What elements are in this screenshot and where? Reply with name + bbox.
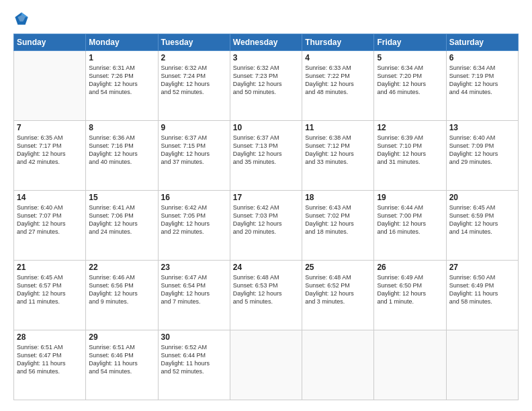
cell-text: Sunrise: 6:35 AMSunset: 7:17 PMDaylight:… [17,134,83,167]
calendar-cell: 3Sunrise: 6:32 AMSunset: 7:23 PMDaylight… [230,51,302,121]
cell-text: Sunrise: 6:50 AMSunset: 6:49 PMDaylight:… [449,273,515,306]
cell-text: Sunrise: 6:40 AMSunset: 7:09 PMDaylight:… [449,134,515,167]
calendar-cell: 14Sunrise: 6:40 AMSunset: 7:07 PMDayligh… [14,191,86,261]
day-number: 3 [233,53,299,62]
calendar-cell: 27Sunrise: 6:50 AMSunset: 6:49 PMDayligh… [446,261,518,330]
calendar-cell: 20Sunrise: 6:45 AMSunset: 6:59 PMDayligh… [446,191,518,261]
weekday-header-saturday: Saturday [446,34,518,51]
calendar-cell: 8Sunrise: 6:36 AMSunset: 7:16 PMDaylight… [86,121,158,191]
calendar-cell: 2Sunrise: 6:32 AMSunset: 7:24 PMDaylight… [158,51,230,121]
calendar-week-5: 28Sunrise: 6:51 AMSunset: 6:47 PMDayligh… [14,330,519,400]
weekday-header-sunday: Sunday [14,34,86,51]
cell-text: Sunrise: 6:39 AMSunset: 7:10 PMDaylight:… [377,134,443,167]
day-number: 10 [233,123,299,132]
cell-text: Sunrise: 6:40 AMSunset: 7:07 PMDaylight:… [17,203,83,236]
weekday-header-monday: Monday [86,34,158,51]
calendar-cell: 13Sunrise: 6:40 AMSunset: 7:09 PMDayligh… [446,121,518,191]
cell-text: Sunrise: 6:48 AMSunset: 6:52 PMDaylight:… [305,273,371,306]
day-number: 13 [449,123,515,132]
calendar-cell [374,330,446,400]
cell-text: Sunrise: 6:51 AMSunset: 6:46 PMDaylight:… [89,343,154,376]
cell-text: Sunrise: 6:49 AMSunset: 6:50 PMDaylight:… [377,273,443,306]
day-number: 5 [377,53,443,62]
day-number: 25 [305,263,371,272]
day-number: 8 [89,123,154,132]
calendar-cell: 23Sunrise: 6:47 AMSunset: 6:54 PMDayligh… [158,261,230,330]
cell-text: Sunrise: 6:43 AMSunset: 7:02 PMDaylight:… [305,203,371,236]
weekday-header-tuesday: Tuesday [158,34,230,51]
calendar-cell: 19Sunrise: 6:44 AMSunset: 7:00 PMDayligh… [374,191,446,261]
cell-text: Sunrise: 6:38 AMSunset: 7:12 PMDaylight:… [305,134,371,167]
logo-icon [13,11,30,27]
calendar-cell: 28Sunrise: 6:51 AMSunset: 6:47 PMDayligh… [14,330,86,400]
calendar-cell: 6Sunrise: 6:34 AMSunset: 7:19 PMDaylight… [446,51,518,121]
cell-text: Sunrise: 6:32 AMSunset: 7:23 PMDaylight:… [233,64,299,97]
calendar-cell: 12Sunrise: 6:39 AMSunset: 7:10 PMDayligh… [374,121,446,191]
day-number: 14 [17,193,83,202]
calendar-cell: 16Sunrise: 6:42 AMSunset: 7:05 PMDayligh… [158,191,230,261]
cell-text: Sunrise: 6:51 AMSunset: 6:47 PMDaylight:… [17,343,83,376]
day-number: 1 [89,53,154,62]
cell-text: Sunrise: 6:48 AMSunset: 6:53 PMDaylight:… [233,273,299,306]
cell-text: Sunrise: 6:45 AMSunset: 6:59 PMDaylight:… [449,203,515,236]
day-number: 15 [89,193,154,202]
day-number: 23 [161,263,227,272]
calendar-cell: 4Sunrise: 6:33 AMSunset: 7:22 PMDaylight… [302,51,374,121]
calendar-week-4: 21Sunrise: 6:45 AMSunset: 6:57 PMDayligh… [14,261,519,330]
cell-text: Sunrise: 6:41 AMSunset: 7:06 PMDaylight:… [89,203,154,236]
calendar-cell: 15Sunrise: 6:41 AMSunset: 7:06 PMDayligh… [86,191,158,261]
day-number: 6 [449,53,515,62]
page: SundayMondayTuesdayWednesdayThursdayFrid… [0,0,532,411]
header [13,11,519,27]
day-number: 29 [89,332,154,342]
calendar-cell [14,51,86,121]
calendar-cell: 5Sunrise: 6:34 AMSunset: 7:20 PMDaylight… [374,51,446,121]
calendar-cell: 21Sunrise: 6:45 AMSunset: 6:57 PMDayligh… [14,261,86,330]
calendar-cell: 18Sunrise: 6:43 AMSunset: 7:02 PMDayligh… [302,191,374,261]
calendar-table: SundayMondayTuesdayWednesdayThursdayFrid… [13,34,519,400]
day-number: 19 [377,193,443,202]
weekday-header-friday: Friday [374,34,446,51]
day-number: 24 [233,263,299,272]
day-number: 30 [161,332,227,342]
cell-text: Sunrise: 6:37 AMSunset: 7:13 PMDaylight:… [233,134,299,167]
weekday-header-row: SundayMondayTuesdayWednesdayThursdayFrid… [14,34,519,51]
day-number: 4 [305,53,371,62]
day-number: 11 [305,123,371,132]
weekday-header-thursday: Thursday [302,34,374,51]
calendar-cell [302,330,374,400]
cell-text: Sunrise: 6:47 AMSunset: 6:54 PMDaylight:… [161,273,227,306]
calendar-cell: 24Sunrise: 6:48 AMSunset: 6:53 PMDayligh… [230,261,302,330]
calendar-cell: 22Sunrise: 6:46 AMSunset: 6:56 PMDayligh… [86,261,158,330]
cell-text: Sunrise: 6:42 AMSunset: 7:03 PMDaylight:… [233,203,299,236]
calendar-week-3: 14Sunrise: 6:40 AMSunset: 7:07 PMDayligh… [14,191,519,261]
day-number: 16 [161,193,227,202]
day-number: 2 [161,53,227,62]
day-number: 9 [161,123,227,132]
calendar-cell: 30Sunrise: 6:52 AMSunset: 6:44 PMDayligh… [158,330,230,400]
day-number: 22 [89,263,154,272]
day-number: 26 [377,263,443,272]
cell-text: Sunrise: 6:36 AMSunset: 7:16 PMDaylight:… [89,134,154,167]
calendar-cell [230,330,302,400]
calendar-cell: 7Sunrise: 6:35 AMSunset: 7:17 PMDaylight… [14,121,86,191]
calendar-week-2: 7Sunrise: 6:35 AMSunset: 7:17 PMDaylight… [14,121,519,191]
cell-text: Sunrise: 6:42 AMSunset: 7:05 PMDaylight:… [161,203,227,236]
cell-text: Sunrise: 6:44 AMSunset: 7:00 PMDaylight:… [377,203,443,236]
logo [13,11,32,27]
cell-text: Sunrise: 6:31 AMSunset: 7:26 PMDaylight:… [89,64,154,97]
day-number: 28 [17,332,83,342]
calendar-cell: 17Sunrise: 6:42 AMSunset: 7:03 PMDayligh… [230,191,302,261]
day-number: 17 [233,193,299,202]
cell-text: Sunrise: 6:32 AMSunset: 7:24 PMDaylight:… [161,64,227,97]
calendar-week-1: 1Sunrise: 6:31 AMSunset: 7:26 PMDaylight… [14,51,519,121]
cell-text: Sunrise: 6:52 AMSunset: 6:44 PMDaylight:… [161,343,227,376]
calendar-cell: 10Sunrise: 6:37 AMSunset: 7:13 PMDayligh… [230,121,302,191]
calendar-cell: 11Sunrise: 6:38 AMSunset: 7:12 PMDayligh… [302,121,374,191]
calendar-cell: 26Sunrise: 6:49 AMSunset: 6:50 PMDayligh… [374,261,446,330]
calendar-cell: 9Sunrise: 6:37 AMSunset: 7:15 PMDaylight… [158,121,230,191]
calendar-cell: 29Sunrise: 6:51 AMSunset: 6:46 PMDayligh… [86,330,158,400]
calendar-cell: 25Sunrise: 6:48 AMSunset: 6:52 PMDayligh… [302,261,374,330]
calendar-cell: 1Sunrise: 6:31 AMSunset: 7:26 PMDaylight… [86,51,158,121]
cell-text: Sunrise: 6:46 AMSunset: 6:56 PMDaylight:… [89,273,154,306]
